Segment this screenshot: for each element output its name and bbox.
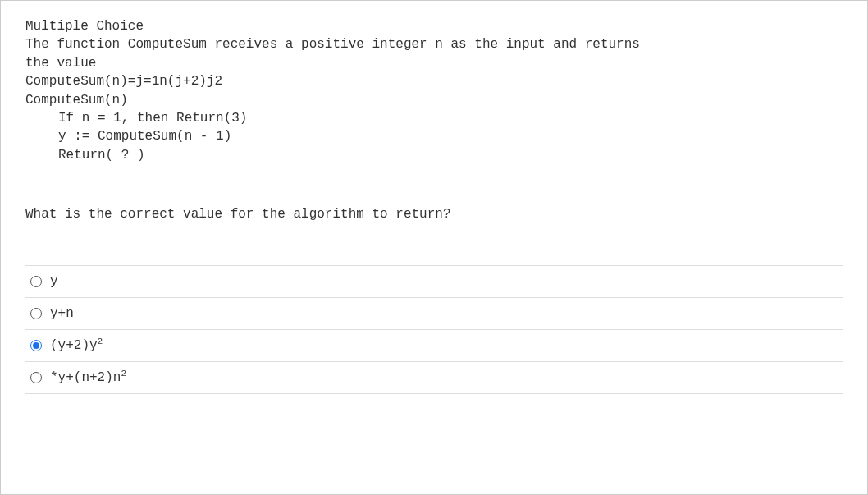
radio-button[interactable] bbox=[30, 340, 42, 351]
option-label: (y+2)y2 bbox=[50, 338, 103, 353]
option-row-3[interactable]: *y+(n+2)n2 bbox=[25, 362, 843, 394]
option-row-0[interactable]: y bbox=[25, 266, 843, 298]
question-line: The function ComputeSum receives a posit… bbox=[25, 35, 843, 53]
option-row-2[interactable]: (y+2)y2 bbox=[25, 330, 843, 362]
radio-button[interactable] bbox=[30, 308, 42, 319]
options-list: yy+n(y+2)y2*y+(n+2)n2 bbox=[25, 265, 843, 394]
question-text: Multiple Choice The function ComputeSum … bbox=[25, 17, 843, 224]
question-line: ComputeSum(n)=j=1n(j+2)j2 bbox=[25, 72, 843, 90]
option-row-1[interactable]: y+n bbox=[25, 298, 843, 330]
option-label: *y+(n+2)n2 bbox=[50, 370, 126, 385]
question-prompt: What is the correct value for the algori… bbox=[25, 205, 843, 223]
question-line-indent: If n = 1, then Return(3) bbox=[25, 109, 843, 127]
option-label: y+n bbox=[50, 306, 74, 321]
radio-button[interactable] bbox=[30, 276, 42, 287]
question-line: the value bbox=[25, 54, 843, 72]
question-header: Multiple Choice bbox=[25, 17, 843, 35]
question-line-indent: y := ComputeSum(n - 1) bbox=[25, 127, 843, 145]
radio-button[interactable] bbox=[30, 372, 42, 383]
question-line: ComputeSum(n) bbox=[25, 91, 843, 109]
question-container: Multiple Choice The function ComputeSum … bbox=[0, 0, 868, 495]
option-label: y bbox=[50, 274, 58, 289]
question-line-indent: Return( ? ) bbox=[25, 146, 843, 164]
